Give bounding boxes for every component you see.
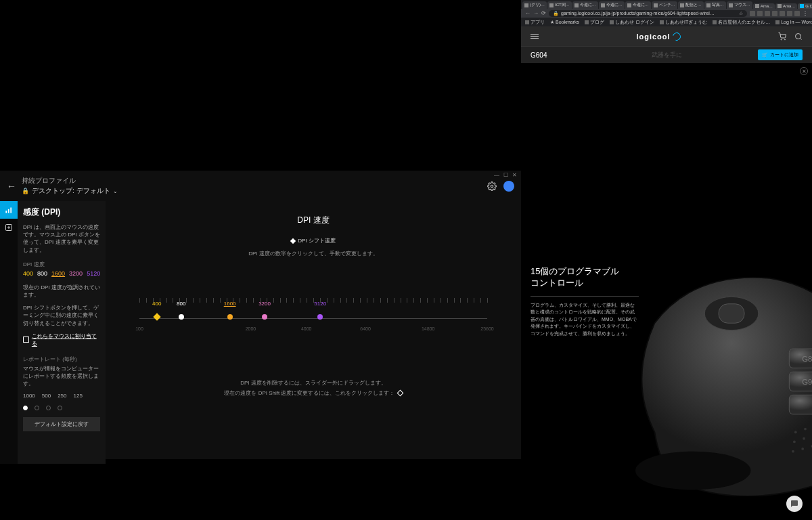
- apps-shortcut[interactable]: アプリ: [525, 19, 545, 26]
- profile-label: 持続プロファイル: [22, 176, 118, 186]
- diamond-outline-icon[interactable]: [397, 390, 403, 397]
- add-to-cart-button[interactable]: 🛒 カートに追加: [758, 49, 803, 60]
- extension-icon[interactable]: [787, 11, 792, 16]
- browser-tab-active[interactable]: G D…×: [798, 3, 812, 9]
- extension-icon[interactable]: [750, 11, 755, 16]
- diamond-icon: [290, 238, 296, 243]
- dpi-marker-5120[interactable]: [317, 314, 323, 320]
- svg-rect-12: [719, 304, 744, 323]
- report-radio-125[interactable]: [58, 406, 62, 410]
- site-header: logicool: [521, 26, 812, 47]
- browser-menu-icon[interactable]: ⋮: [803, 10, 808, 16]
- dpi-slider[interactable]: 400 800 1600 3200 5120 100 2000 4000 640…: [139, 298, 487, 352]
- browser-tab[interactable]: 写真…: [704, 1, 726, 9]
- slider-tick: [200, 298, 200, 303]
- extension-icon[interactable]: [772, 11, 777, 16]
- marker-label-800[interactable]: 800: [177, 301, 185, 307]
- settings-sidebar: 感度 (DPI) DPI は、画面上のマウスの速度です。マウス上の DPI ボタ…: [18, 201, 106, 464]
- slider-tick: [300, 298, 300, 303]
- marker-label-1600[interactable]: 1600: [224, 301, 236, 307]
- extension-icon[interactable]: [757, 11, 763, 16]
- extension-icon[interactable]: [765, 11, 770, 16]
- search-icon[interactable]: [794, 32, 803, 41]
- product-page-content: ✕ 15個のプログラマブル コントロール プログラム、カスタマイズ、そして勝利。…: [521, 63, 812, 520]
- sensitivity-tab[interactable]: [0, 201, 18, 219]
- bookmarks-bar: アプリ ★ Bookmarks ブログ しあわせ ログイン しあわせITぎょうむ…: [521, 18, 812, 26]
- browser-tab[interactable]: ベンチ…: [652, 1, 677, 9]
- window-minimize[interactable]: —: [494, 172, 499, 178]
- window-maximize[interactable]: ☐: [503, 172, 508, 178]
- dpi-value-0[interactable]: 400: [23, 270, 33, 277]
- browser-tab[interactable]: Ama…: [753, 3, 775, 9]
- slider-tick: [454, 298, 455, 303]
- dpi-value-3[interactable]: 3200: [69, 270, 83, 277]
- tick-25600: 25600: [480, 326, 493, 331]
- browser-tab[interactable]: (グリ)…: [522, 1, 547, 9]
- back-arrow-icon[interactable]: ←: [7, 181, 16, 192]
- browser-tab[interactable]: 今週に…: [599, 1, 625, 9]
- slider-tick: [260, 298, 261, 303]
- slider-tick: [380, 298, 381, 303]
- slider-tick: [467, 298, 468, 303]
- profile-avatar[interactable]: [503, 181, 514, 192]
- gear-icon[interactable]: [487, 181, 497, 191]
- svg-point-22: [635, 452, 751, 490]
- nav-back-icon[interactable]: ←: [525, 10, 531, 16]
- bookmark-item[interactable]: ★ Bookmarks: [550, 20, 579, 25]
- close-overlay-icon[interactable]: ✕: [800, 67, 808, 75]
- hamburger-icon[interactable]: [531, 34, 539, 39]
- assignments-tab[interactable]: [0, 219, 18, 236]
- slider-tick: [186, 298, 187, 303]
- dpi-marker-400[interactable]: [153, 313, 160, 320]
- logicool-logo[interactable]: logicool: [636, 32, 680, 41]
- browser-tab[interactable]: マウス…: [727, 1, 752, 9]
- bookmark-item[interactable]: Log In — WordPres…: [775, 20, 812, 24]
- lock-icon: 🔒: [22, 188, 29, 194]
- dpi-marker-1600[interactable]: [227, 314, 233, 320]
- svg-point-0: [491, 185, 493, 188]
- address-bar[interactable]: 🔒 gaming.logicool.co.jp/ja-jp/products/g…: [549, 10, 747, 17]
- bookmark-item[interactable]: しあわせITぎょうむ: [660, 19, 707, 26]
- tab-strip: (グリ)… ICT関… 今週に… 今週に… 今週に… ベンチ… 配信と… 写真……: [521, 0, 812, 9]
- reset-defaults-button[interactable]: デフォルト設定に戻す: [23, 417, 100, 431]
- slider-tick: [420, 298, 421, 303]
- cart-icon[interactable]: [778, 32, 786, 41]
- slider-tick: [434, 298, 434, 303]
- browser-tab[interactable]: Ama…: [775, 3, 797, 9]
- star-icon[interactable]: ☆: [739, 11, 743, 16]
- dpi-value-2[interactable]: 1600: [51, 270, 65, 277]
- svg-point-23: [794, 431, 797, 433]
- nav-forward-icon[interactable]: →: [533, 10, 539, 16]
- bookmark-item[interactable]: ブログ: [585, 19, 604, 26]
- dpi-value-1[interactable]: 800: [37, 270, 47, 277]
- extension-icon[interactable]: [780, 11, 785, 16]
- bookmark-item[interactable]: 名古屋個人のエクセル…: [713, 19, 770, 26]
- chat-support-button[interactable]: [786, 496, 803, 512]
- slider-tick: [401, 298, 401, 303]
- report-radio-1000[interactable]: [23, 406, 28, 410]
- bookmark-item[interactable]: しあわせ ログイン: [610, 19, 654, 26]
- report-radio-500[interactable]: [35, 406, 39, 410]
- slider-tick: [240, 298, 240, 303]
- desktop-profile-dropdown[interactable]: 🔒 デスクトップ: デフォルト ⌄: [22, 186, 118, 196]
- browser-tab[interactable]: ICT関…: [547, 1, 572, 9]
- window-close[interactable]: ✕: [512, 172, 517, 178]
- favicon-icon: [524, 3, 528, 7]
- slider-tick: [146, 298, 147, 303]
- svg-point-32: [801, 448, 804, 450]
- browser-tab[interactable]: 配信と…: [678, 1, 704, 9]
- slider-tick: [267, 298, 267, 303]
- dpi-marker-800[interactable]: [179, 314, 184, 320]
- browser-tab[interactable]: 今週に…: [625, 1, 651, 9]
- dpi-marker-3200[interactable]: [262, 314, 267, 320]
- svg-rect-1: [5, 211, 7, 213]
- dpi-value-4[interactable]: 5120: [87, 270, 100, 277]
- nav-reload-icon[interactable]: ⟳: [541, 10, 546, 16]
- svg-point-28: [803, 437, 805, 440]
- browser-tab[interactable]: 今週に…: [572, 1, 598, 9]
- slider-tick: [340, 298, 341, 303]
- extension-icon[interactable]: [794, 11, 800, 16]
- report-radio-250[interactable]: [46, 406, 51, 410]
- slider-tick: [427, 298, 428, 303]
- assign-to-mouse-link[interactable]: これらをマウスに割り当てる: [23, 332, 100, 347]
